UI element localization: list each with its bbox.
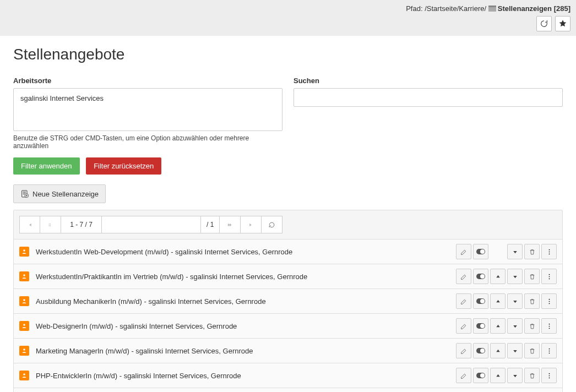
search-label: Suchen: [294, 77, 563, 85]
record-type-icon: [19, 321, 29, 331]
reset-filter-button[interactable]: Filter zurücksetzen: [86, 157, 161, 175]
records-panel: 1 - 7 / 7 / 1 WerkstudentIn Web-Developm…: [13, 210, 563, 392]
locations-label: Arbeitsorte: [13, 77, 282, 85]
move-up-button[interactable]: [490, 318, 506, 334]
edit-button[interactable]: [456, 269, 471, 284]
move-down-button[interactable]: [507, 244, 523, 259]
more-actions-button[interactable]: [541, 269, 557, 284]
toggle-visibility-button[interactable]: [473, 293, 488, 309]
record-type-icon: [19, 271, 29, 281]
new-record-button[interactable]: Neue Stellenanzeige: [13, 184, 106, 203]
move-down-button[interactable]: [507, 318, 523, 334]
record-title[interactable]: Ausbildung MechanikerIn (m/w/d) - sgalin…: [36, 297, 456, 306]
more-actions-button[interactable]: [541, 293, 557, 309]
breadcrumb: Pfad: /Startseite/Karriere/ Stellenanzei…: [6, 4, 570, 13]
table-row: Ausbildung MechanikerIn (m/w/d) - sgalin…: [14, 289, 562, 314]
delete-button[interactable]: [524, 293, 540, 309]
edit-button[interactable]: [456, 368, 471, 383]
move-up-button[interactable]: [490, 368, 506, 383]
page-last-button[interactable]: [241, 216, 262, 233]
move-up-button[interactable]: [490, 343, 506, 358]
move-down-button[interactable]: [507, 269, 523, 284]
page-next-button[interactable]: [220, 216, 241, 233]
more-actions-button[interactable]: [541, 343, 557, 358]
toggle-visibility-button[interactable]: [473, 368, 488, 383]
toggle-visibility-button[interactable]: [473, 343, 488, 358]
delete-button[interactable]: [524, 244, 540, 259]
delete-button[interactable]: [524, 318, 540, 334]
page-range: 1 - 7 / 7: [61, 216, 102, 233]
record-title[interactable]: PHP-EntwicklerIn (m/w/d) - sgalinski Int…: [36, 372, 456, 380]
record-type-icon: [19, 247, 29, 257]
apply-filter-button[interactable]: Filter anwenden: [13, 157, 80, 175]
table-row: WerkstudentIn Web-Development (m/w/d) - …: [14, 239, 562, 264]
table-row: Frontend-EntwicklerIn (m/w/d) - sgalinsk…: [14, 388, 562, 392]
locations-hint: Benutze die STRG oder CMD-Tasten, um ein…: [13, 134, 282, 150]
record-title[interactable]: Marketing ManagerIn (m/w/d) - sgalinski …: [36, 347, 456, 355]
delete-button[interactable]: [524, 269, 540, 284]
page-input[interactable]: [102, 216, 201, 233]
record-title[interactable]: Web-DesignerIn (m/w/d) - sgalinski Inter…: [36, 322, 456, 330]
edit-button[interactable]: [456, 293, 471, 309]
record-type-icon: [19, 346, 29, 356]
record-type-icon: [19, 296, 29, 306]
move-up-button[interactable]: [490, 269, 506, 284]
table-row: Web-DesignerIn (m/w/d) - sgalinski Inter…: [14, 314, 562, 339]
record-title[interactable]: WerkstudentIn/PraktikantIn im Vertrieb (…: [36, 273, 456, 281]
search-input[interactable]: [294, 88, 563, 107]
locations-select[interactable]: sgalinski Internet Services: [13, 88, 282, 131]
record-title[interactable]: WerkstudentIn Web-Development (m/w/d) - …: [36, 248, 456, 256]
edit-button[interactable]: [456, 318, 471, 334]
edit-button[interactable]: [456, 244, 471, 259]
new-record-icon: [20, 189, 29, 198]
toggle-visibility-button[interactable]: [473, 318, 488, 334]
page-total: / 1: [201, 216, 220, 233]
move-up-placeholder: [490, 244, 506, 259]
move-down-button[interactable]: [507, 368, 523, 383]
table-row: PHP-EntwicklerIn (m/w/d) - sgalinski Int…: [14, 363, 562, 388]
delete-button[interactable]: [524, 343, 540, 358]
move-up-button[interactable]: [490, 293, 506, 309]
toggle-visibility-button[interactable]: [473, 269, 488, 284]
page-first-button[interactable]: [19, 216, 40, 233]
folder-icon: [488, 6, 496, 12]
page-prev-button[interactable]: [40, 216, 61, 233]
page-title: Stellenangebote: [13, 46, 563, 63]
move-down-button[interactable]: [507, 343, 523, 358]
toggle-visibility-button[interactable]: [473, 244, 488, 259]
edit-button[interactable]: [456, 343, 471, 358]
record-type-icon: [19, 371, 29, 380]
more-actions-button[interactable]: [541, 244, 557, 259]
table-row: Marketing ManagerIn (m/w/d) - sgalinski …: [14, 339, 562, 363]
delete-button[interactable]: [524, 368, 540, 383]
more-actions-button[interactable]: [541, 368, 557, 383]
bookmark-button[interactable]: [555, 16, 570, 31]
table-row: WerkstudentIn/PraktikantIn im Vertrieb (…: [14, 264, 562, 289]
more-actions-button[interactable]: [541, 318, 557, 334]
refresh-button[interactable]: [536, 16, 552, 31]
move-down-button[interactable]: [507, 293, 523, 309]
page-reload-button[interactable]: [262, 216, 282, 233]
